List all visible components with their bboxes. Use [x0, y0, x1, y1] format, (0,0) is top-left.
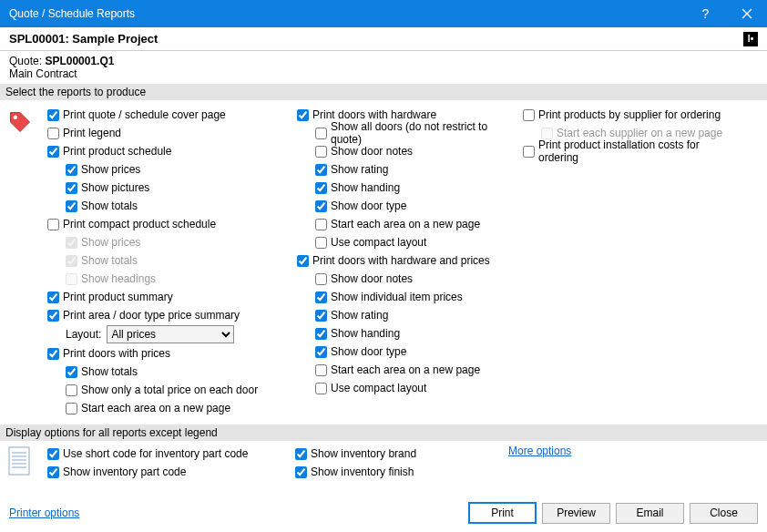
layout-select[interactable]: All prices	[107, 325, 234, 343]
chk-dp-newpage[interactable]: Start each area on a new page	[47, 399, 281, 417]
chk-schedule-prices[interactable]: Show prices	[47, 160, 281, 179]
document-icon	[7, 445, 38, 481]
chk-partcode[interactable]: Show inventory part code	[47, 463, 277, 481]
printer-options-link[interactable]: Printer options	[9, 506, 79, 519]
report-column-2: Print doors with hardware Show all doors…	[297, 106, 506, 417]
chk-compact-prices: Show prices	[47, 233, 281, 251]
quote-info: Quote: SPL00001.Q1 Main Contract	[0, 51, 767, 82]
chk-dp-only-total[interactable]: Show only a total price on each door	[47, 381, 281, 399]
chk-dh-all[interactable]: Show all doors (do not restrict to quote…	[297, 124, 506, 142]
chk-legend[interactable]: Print legend	[47, 124, 281, 142]
chk-supplier[interactable]: Print products by supplier for ordering	[523, 106, 738, 124]
chk-area-summary[interactable]: Print area / door type price summary	[47, 306, 281, 324]
quote-label: Quote:	[9, 55, 42, 67]
chk-dhp-item-prices[interactable]: Show individual item prices	[297, 288, 506, 306]
chk-dh-newpage[interactable]: Start each area on a new page	[297, 215, 506, 233]
svg-rect-1	[9, 447, 29, 475]
window-title: Quote / Schedule Reports	[9, 7, 685, 20]
chk-compact-schedule[interactable]: Print compact product schedule	[47, 215, 281, 233]
tag-icon	[7, 106, 38, 417]
chk-dhp-handing[interactable]: Show handing	[297, 324, 506, 343]
display-section: Use short code for inventory part code S…	[0, 441, 767, 485]
project-header: SPL00001: Sample Project I•	[0, 27, 767, 51]
close-window-button[interactable]	[726, 0, 767, 27]
chk-dhp-compact[interactable]: Use compact layout	[297, 379, 506, 397]
chk-dh-type[interactable]: Show door type	[297, 197, 506, 215]
reports-body: Print quote / schedule cover page Print …	[0, 100, 767, 423]
section-select-header: Select the reports to produce	[0, 84, 767, 100]
chk-shortcode[interactable]: Use short code for inventory part code	[47, 445, 277, 463]
chk-dh-handing[interactable]: Show handing	[297, 179, 506, 197]
chk-dh-compact[interactable]: Use compact layout	[297, 233, 506, 251]
help-button[interactable]: ?	[685, 0, 726, 27]
print-button[interactable]: Print	[468, 502, 537, 524]
chk-finish[interactable]: Show inventory finish	[295, 463, 490, 481]
preview-button[interactable]: Preview	[542, 503, 610, 524]
title-bar: Quote / Schedule Reports ?	[0, 0, 767, 27]
section-display-header: Display options for all reports except l…	[0, 425, 767, 441]
chk-dh-rating[interactable]: Show rating	[297, 160, 506, 179]
layout-label: Layout:	[66, 328, 101, 341]
chk-dhp-type[interactable]: Show door type	[297, 343, 506, 361]
chk-schedule-totals[interactable]: Show totals	[47, 197, 281, 215]
quote-subtitle: Main Contract	[9, 67, 758, 80]
chk-dhp-notes[interactable]: Show door notes	[297, 270, 506, 288]
report-column-1: Print quote / schedule cover page Print …	[47, 106, 281, 417]
chk-install-costs[interactable]: Print product installation costs for ord…	[523, 142, 738, 160]
more-options-link[interactable]: More options	[508, 445, 571, 457]
report-column-3: Print products by supplier for ordering …	[523, 106, 738, 417]
quote-code: SPL00001.Q1	[45, 55, 114, 67]
close-button[interactable]: Close	[690, 503, 758, 524]
chk-dh-notes[interactable]: Show door notes	[297, 142, 506, 160]
chk-doors-prices[interactable]: Print doors with prices	[47, 344, 281, 363]
chk-dhp-rating[interactable]: Show rating	[297, 306, 506, 324]
chk-product-summary[interactable]: Print product summary	[47, 288, 281, 306]
chk-dp-totals[interactable]: Show totals	[47, 363, 281, 381]
chk-compact-headings: Show headings	[47, 270, 281, 288]
layout-row: Layout: All prices	[47, 324, 281, 344]
chk-compact-totals: Show totals	[47, 251, 281, 270]
chk-cover-page[interactable]: Print quote / schedule cover page	[47, 106, 281, 124]
email-button[interactable]: Email	[616, 503, 684, 524]
footer: Printer options Print Preview Email Clos…	[0, 499, 767, 532]
app-logo-icon: I•	[743, 32, 758, 46]
chk-doors-hardware-prices[interactable]: Print doors with hardware and prices	[297, 251, 506, 270]
chk-product-schedule[interactable]: Print product schedule	[47, 142, 281, 160]
project-title: SPL00001: Sample Project	[9, 32, 743, 46]
svg-point-0	[14, 116, 17, 119]
chk-schedule-pictures[interactable]: Show pictures	[47, 179, 281, 197]
chk-dhp-newpage[interactable]: Start each area on a new page	[297, 361, 506, 379]
chk-brand[interactable]: Show inventory brand	[295, 445, 490, 463]
